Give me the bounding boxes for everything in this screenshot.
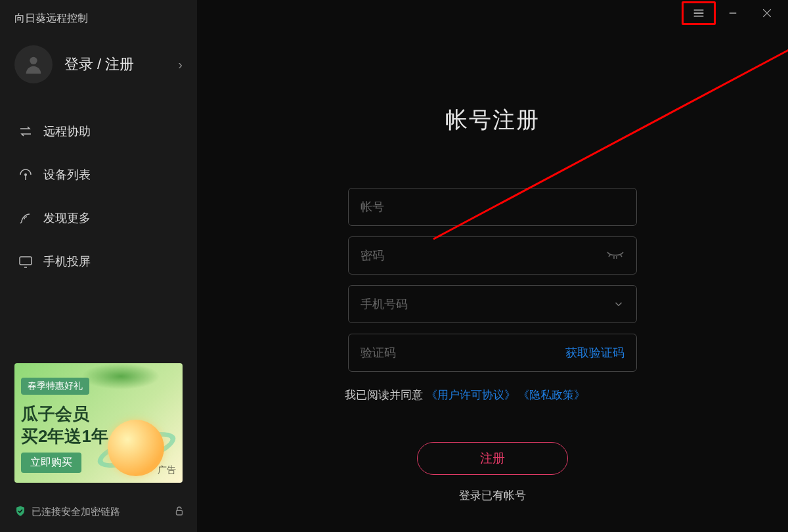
login-register-row[interactable]: 登录 / 注册 › <box>0 32 197 103</box>
ad-badge: 春季特惠好礼 <box>21 378 89 395</box>
form-title: 帐号注册 <box>445 105 540 135</box>
ad-decor-planet <box>108 420 164 476</box>
chevron-right-icon: › <box>178 57 183 72</box>
promo-ad[interactable]: 春季特惠好礼 瓜子会员 买2年送1年 立即购买 广告 <box>14 363 183 483</box>
sidebar-item-label: 远程协助 <box>43 123 91 139</box>
get-code-button[interactable]: 获取验证码 <box>565 345 624 361</box>
sidebar-item-device-list[interactable]: 设备列表 <box>0 153 197 196</box>
ad-tag: 广告 <box>158 464 176 476</box>
titlebar <box>197 0 788 26</box>
menu-button[interactable] <box>682 1 716 25</box>
minimize-button[interactable] <box>716 1 750 25</box>
register-button[interactable]: 注册 <box>417 442 568 475</box>
status-text: 已连接安全加密链路 <box>32 506 120 518</box>
phone-input[interactable] <box>361 298 606 311</box>
user-icon <box>22 53 45 76</box>
agreement-link-privacy[interactable]: 《隐私政策》 <box>518 389 585 401</box>
hamburger-icon <box>691 6 706 20</box>
agree-prefix: 我已阅读并同意 <box>345 389 423 401</box>
sidebar-item-label: 发现更多 <box>43 210 91 226</box>
swap-icon <box>17 123 34 140</box>
agreement-link-user[interactable]: 《用户许可协议》 <box>426 389 515 401</box>
ad-buy-button[interactable]: 立即购买 <box>21 453 81 473</box>
eye-closed-icon[interactable] <box>606 251 624 260</box>
phone-field[interactable] <box>348 285 637 323</box>
status-bar: 已连接安全加密链路 <box>14 505 185 519</box>
app-title: 向日葵远程控制 <box>0 0 197 32</box>
sidebar-item-screen-cast[interactable]: 手机投屏 <box>0 240 197 283</box>
shield-icon <box>14 505 26 519</box>
sidebar-item-label: 手机投屏 <box>43 254 91 269</box>
chevron-down-icon[interactable] <box>613 298 624 310</box>
account-field[interactable] <box>348 188 637 226</box>
svg-point-0 <box>30 57 37 64</box>
sidebar-item-remote-assist[interactable]: 远程协助 <box>0 110 197 153</box>
code-input[interactable] <box>361 346 559 360</box>
register-form: 帐号注册 获取验证码 我已阅读并同意 <box>345 105 640 503</box>
radar-icon <box>17 166 34 183</box>
main-content: 帐号注册 获取验证码 我已阅读并同意 <box>197 0 788 532</box>
avatar <box>14 45 53 83</box>
sidebar-nav: 远程协助 设备列表 发现更多 手机投屏 <box>0 103 197 290</box>
login-register-label: 登录 / 注册 <box>64 55 178 74</box>
svg-rect-3 <box>177 510 183 515</box>
code-field[interactable]: 获取验证码 <box>348 334 637 372</box>
sidebar-item-discover[interactable]: 发现更多 <box>0 196 197 240</box>
lock-icon[interactable] <box>173 505 185 519</box>
minimize-icon <box>727 7 739 19</box>
password-field[interactable] <box>348 236 637 275</box>
close-icon <box>760 7 774 20</box>
svg-point-1 <box>24 173 27 176</box>
agree-text: 我已阅读并同意 《用户许可协议》 《隐私政策》 <box>345 388 585 403</box>
password-input[interactable] <box>361 249 600 263</box>
sidebar-item-label: 设备列表 <box>43 167 91 183</box>
ad-headline-1: 瓜子会员 <box>21 403 89 426</box>
satellite-icon <box>17 210 34 227</box>
cast-icon <box>17 253 34 270</box>
ad-decor-leaf <box>81 363 160 389</box>
app-window: 向日葵远程控制 登录 / 注册 › 远程协助 设备列表 发现更多 <box>0 0 788 532</box>
close-button[interactable] <box>750 1 784 25</box>
account-input[interactable] <box>361 200 624 214</box>
svg-rect-2 <box>20 257 32 265</box>
login-existing-link[interactable]: 登录已有帐号 <box>459 488 526 503</box>
ad-headline-2: 买2年送1年 <box>21 425 108 448</box>
sidebar: 向日葵远程控制 登录 / 注册 › 远程协助 设备列表 发现更多 <box>0 0 197 532</box>
